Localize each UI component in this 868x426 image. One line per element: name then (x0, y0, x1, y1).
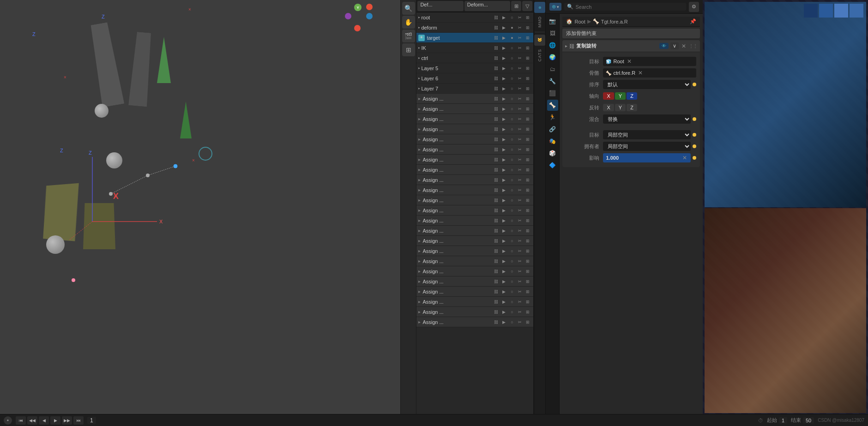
assign-cut-7[interactable]: ✂ (516, 166, 524, 174)
assign-eye-12[interactable]: ○ (508, 217, 516, 224)
render-icon-l6[interactable]: ⊞ (524, 75, 531, 82)
assign-cut-5[interactable]: ✂ (516, 146, 524, 153)
assign-play-9[interactable]: ▶ (500, 186, 508, 194)
assign-row-14[interactable]: ▸ Assign ... ⛓ ▶ ○ ✂ ⊞ (416, 236, 533, 246)
assign-play-2[interactable]: ▶ (500, 115, 508, 123)
link-icon-target[interactable]: ⛓ (493, 34, 500, 42)
render-icon-ctrl[interactable]: ⊞ (524, 54, 531, 62)
mmd-label[interactable]: MMD (537, 14, 542, 30)
assign-eye-21[interactable]: ○ (508, 308, 516, 316)
assign-link-20[interactable]: ⛓ (493, 298, 500, 306)
cats-panel-btn[interactable]: 🐱 (534, 35, 545, 46)
current-frame-display[interactable]: 1 (87, 417, 96, 424)
assign-eye-13[interactable]: ○ (508, 227, 516, 234)
gizmo-axis-4[interactable] (354, 25, 361, 31)
constraint-options-btn[interactable]: ⋮⋮ (689, 43, 697, 48)
constraint-close-btn[interactable]: ✕ (681, 43, 687, 49)
assign-link-0[interactable]: ⛓ (493, 95, 500, 102)
last-frame-btn[interactable]: ⏭ (73, 416, 84, 425)
assign-render-4[interactable]: ⊞ (524, 136, 531, 143)
assign-row-7[interactable]: ▸ Assign ... ⛓ ▶ ○ ✂ ⊞ (416, 165, 533, 175)
assign-play-12[interactable]: ▶ (500, 217, 508, 224)
eye-icon-root[interactable]: ○ (508, 14, 516, 21)
assign-play-17[interactable]: ▶ (500, 268, 508, 275)
render-icon-l5[interactable]: ⊞ (524, 65, 531, 72)
target-x-btn[interactable]: ✕ (626, 58, 633, 65)
assign-cut-15[interactable]: ✂ (516, 247, 524, 255)
assign-cut-2[interactable]: ✂ (516, 115, 524, 123)
bone-row-layer6[interactable]: ▸ Layer 6 ⛓ ▶ ○ ✂ ⊞ (416, 73, 533, 84)
panel-type-selector[interactable]: ⊕ ▾ (549, 3, 561, 11)
assign-row-13[interactable]: ▸ Assign ... ⛓ ▶ ○ ✂ ⊞ (416, 226, 533, 236)
assign-play-16[interactable]: ▶ (500, 258, 508, 265)
assign-cut-8[interactable]: ✂ (516, 176, 524, 184)
play-icon-l5[interactable]: ▶ (500, 65, 508, 72)
assign-render-1[interactable]: ⊞ (524, 105, 531, 113)
cut-icon-l7[interactable]: ✂ (516, 85, 524, 92)
assign-row-20[interactable]: ▸ Assign ... ⛓ ▶ ○ ✂ ⊞ (416, 297, 533, 307)
dot-icon-target[interactable]: ● (508, 34, 516, 42)
assign-link-10[interactable]: ⛓ (493, 197, 500, 204)
render-icon-target[interactable]: ⊞ (524, 34, 531, 42)
cut-icon-l6[interactable]: ✂ (516, 75, 524, 82)
assign-play-14[interactable]: ▶ (500, 237, 508, 245)
assign-eye-9[interactable]: ○ (508, 186, 516, 194)
assign-eye-11[interactable]: ○ (508, 207, 516, 214)
assign-play-6[interactable]: ▶ (500, 156, 508, 163)
link-icon-l7[interactable]: ⛓ (493, 85, 500, 92)
link-icon-l5[interactable]: ⛓ (493, 65, 500, 72)
assign-cut-22[interactable]: ✂ (516, 318, 524, 326)
assign-row-5[interactable]: ▸ Assign ... ⛓ ▶ ○ ✂ ⊞ (416, 144, 533, 155)
assign-render-17[interactable]: ⊞ (524, 268, 531, 275)
order-select[interactable]: 默认 (603, 80, 690, 89)
assign-eye-15[interactable]: ○ (508, 247, 516, 255)
influence-bar[interactable]: 1.000 ✕ (603, 153, 690, 162)
data-prop-btn[interactable]: 🏃 (547, 112, 558, 123)
deform-btn[interactable]: Deform... (464, 1, 510, 11)
assign-link-6[interactable]: ⛓ (493, 156, 500, 163)
play-icon-target[interactable]: ▶ (500, 34, 508, 42)
bone-row-ik[interactable]: ▸ IK ⛓ ▶ ○ ✂ ⊞ (416, 43, 533, 53)
assign-row-4[interactable]: ▸ Assign ... ⛓ ▶ ○ ✂ ⊞ (416, 134, 533, 144)
assign-render-2[interactable]: ⊞ (524, 115, 531, 123)
assign-eye-5[interactable]: ○ (508, 146, 516, 153)
assign-eye-8[interactable]: ○ (508, 176, 516, 184)
viewport[interactable]: Z X Z Z Z × × × × (0, 0, 400, 414)
def-btn[interactable]: Def... (417, 1, 463, 11)
assign-cut-16[interactable]: ✂ (516, 258, 524, 265)
assign-link-13[interactable]: ⛓ (493, 227, 500, 234)
assign-row-11[interactable]: ▸ Assign ... ⛓ ▶ ○ ✂ ⊞ (416, 205, 533, 216)
assign-row-12[interactable]: ▸ Assign ... ⛓ ▶ ○ ✂ ⊞ (416, 216, 533, 226)
bone-row-root[interactable]: ▸ root ⛓ ▶ ○ ✂ ⊞ (416, 12, 533, 23)
assign-eye-17[interactable]: ○ (508, 268, 516, 275)
assign-render-22[interactable]: ⊞ (524, 318, 531, 326)
assign-row-16[interactable]: ▸ Assign ... ⛓ ▶ ○ ✂ ⊞ (416, 256, 533, 266)
assign-link-21[interactable]: ⛓ (493, 308, 500, 316)
prev-frame-btn[interactable]: ◀ (39, 416, 49, 425)
assign-render-16[interactable]: ⊞ (524, 258, 531, 265)
eye-icon-l6[interactable]: ○ (508, 75, 516, 82)
end-frame-input[interactable]: 50 (803, 417, 814, 424)
assign-render-11[interactable]: ⊞ (524, 207, 531, 214)
assign-eye-14[interactable]: ○ (508, 237, 516, 245)
assign-link-7[interactable]: ⛓ (493, 166, 500, 174)
assign-render-8[interactable]: ⊞ (524, 176, 531, 184)
eye-icon-deform[interactable]: ● (508, 24, 516, 31)
assign-play-0[interactable]: ▶ (500, 95, 508, 102)
gizmo-axis-2[interactable] (345, 13, 351, 19)
assign-eye-7[interactable]: ○ (508, 166, 516, 174)
assign-row-22[interactable]: ▸ Assign ... ⛓ ▶ ○ ✂ ⊞ (416, 317, 533, 327)
constraint-down-btn[interactable]: ∨ (670, 42, 679, 49)
assign-row-18[interactable]: ▸ Assign ... ⛓ ▶ ○ ✂ ⊞ (416, 276, 533, 287)
link-icon-l6[interactable]: ⛓ (493, 75, 500, 82)
assign-cut-6[interactable]: ✂ (516, 156, 524, 163)
assign-eye-20[interactable]: ○ (508, 298, 516, 306)
assign-cut-11[interactable]: ✂ (516, 207, 524, 214)
assign-cut-12[interactable]: ✂ (516, 217, 524, 224)
assign-eye-22[interactable]: ○ (508, 318, 516, 326)
assign-row-9[interactable]: ▸ Assign ... ⛓ ▶ ○ ✂ ⊞ (416, 185, 533, 195)
assign-cut-13[interactable]: ✂ (516, 227, 524, 234)
render-icon-deform[interactable]: ⊞ (524, 24, 531, 31)
gizmo-axis-1[interactable] (366, 4, 373, 10)
assign-row-0[interactable]: ▸ Assign ... ⛓ ▶ ○ ✂ ⊞ (416, 94, 533, 104)
